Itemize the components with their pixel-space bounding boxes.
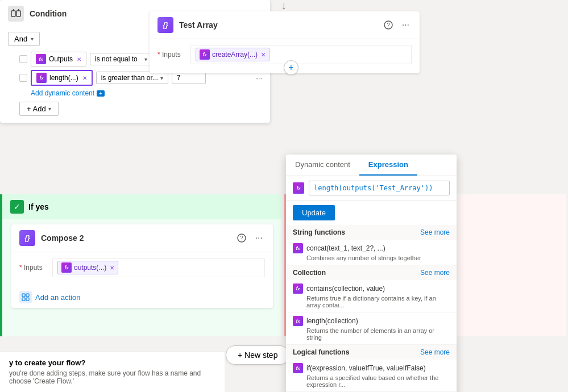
if-yes-label: If yes bbox=[28, 202, 49, 211]
inputs-label: * Inputs bbox=[157, 51, 186, 59]
if-func-desc: Returns a specified value based on wheth… bbox=[293, 374, 450, 388]
row2-more-button[interactable]: ··· bbox=[256, 74, 262, 82]
svg-text:?: ? bbox=[240, 235, 243, 241]
add-action-row[interactable]: Add an action bbox=[11, 286, 273, 308]
row2-value-input[interactable] bbox=[172, 72, 206, 84]
collection-header: Collection See more bbox=[286, 265, 457, 280]
expression-fx-icon: fx bbox=[293, 182, 304, 194]
compose-help-button[interactable]: ? bbox=[235, 232, 248, 244]
inputs-token-input[interactable]: fx createArray(...) ✕ bbox=[190, 45, 412, 64]
add-chevron-icon: ▾ bbox=[48, 106, 51, 112]
update-button[interactable]: Update bbox=[293, 205, 335, 220]
tab-dynamic-content[interactable]: Dynamic content bbox=[286, 155, 359, 176]
svg-rect-2 bbox=[11, 11, 15, 16]
help-title: y to create your flow? bbox=[9, 358, 215, 367]
length-function-item[interactable]: fx length(collection) Returns the number… bbox=[286, 312, 457, 345]
help-desc: you're done adding steps, make sure your… bbox=[9, 369, 215, 385]
panel-tabs: Dynamic content Expression bbox=[286, 155, 457, 176]
row2-token-close[interactable]: ✕ bbox=[82, 75, 87, 81]
compose-outputs-token: fx outputs(...) ✕ bbox=[57, 261, 118, 274]
row2-fx-icon: fx bbox=[36, 73, 47, 83]
test-array-more-button[interactable]: ··· bbox=[400, 19, 412, 31]
tab-expression[interactable]: Expression bbox=[359, 155, 417, 176]
row1-operator-select[interactable]: is not equal to ▾ bbox=[90, 53, 152, 65]
plus-connector: + bbox=[284, 60, 298, 75]
and-dropdown[interactable]: And ▾ bbox=[8, 32, 40, 46]
plus-connector-button[interactable]: + bbox=[284, 60, 298, 75]
svg-rect-11 bbox=[26, 298, 29, 301]
condition-icon bbox=[8, 6, 24, 22]
compose-token-input[interactable]: fx outputs(...) ✕ bbox=[52, 258, 265, 277]
contains-function-item[interactable]: fx contains(collection, value) Returns t… bbox=[286, 280, 457, 312]
and-chevron-icon: ▾ bbox=[31, 36, 34, 42]
string-functions-header: String functions See more bbox=[286, 225, 457, 240]
add-dynamic-content-button[interactable]: Add dynamic content + bbox=[31, 89, 262, 97]
add-action-icon bbox=[19, 291, 32, 303]
compose-header: {} Compose 2 ? ··· bbox=[11, 224, 273, 252]
compose-inputs-label: * Inputs bbox=[19, 264, 48, 272]
string-functions-title: String functions bbox=[293, 228, 345, 236]
compose-inputs-row: * Inputs fx outputs(...) ✕ bbox=[19, 258, 265, 277]
concat-func-name: fx concat(text_1, text_2?, ...) bbox=[293, 243, 450, 253]
compose-title: Compose 2 bbox=[41, 233, 229, 243]
test-array-actions: ? ··· bbox=[382, 19, 412, 31]
collection-see-more-link[interactable]: See more bbox=[420, 269, 450, 277]
compose-fx-icon: fx bbox=[61, 262, 72, 273]
row1-chevron-icon: ▾ bbox=[144, 56, 147, 62]
if-yes-header: ✓ If yes bbox=[2, 194, 281, 219]
contains-fx-icon: fx bbox=[293, 283, 303, 294]
svg-rect-8 bbox=[22, 294, 25, 297]
row1-fx-icon: fx bbox=[36, 54, 46, 64]
row1-token-close[interactable]: ✕ bbox=[77, 56, 81, 62]
row2-chevron-icon: ▾ bbox=[160, 75, 163, 81]
add-button[interactable]: + Add ▾ bbox=[19, 102, 59, 116]
if-fx-icon: fx bbox=[293, 363, 303, 373]
test-array-title: Test Array bbox=[179, 20, 376, 30]
if-function-item[interactable]: fx if(expression, valueIfTrue, valueIfFa… bbox=[286, 360, 457, 392]
expression-input-row: fx bbox=[286, 176, 457, 201]
concat-func-desc: Combines any number of strings together bbox=[293, 255, 450, 261]
add-dynamic-badge: + bbox=[97, 90, 105, 97]
svg-rect-10 bbox=[22, 298, 25, 301]
if-func-name: fx if(expression, valueIfTrue, valueIfFa… bbox=[293, 363, 450, 373]
contains-func-desc: Returns true if a dictionary contains a … bbox=[293, 295, 450, 308]
compose-icon: {} bbox=[19, 230, 35, 246]
svg-text:?: ? bbox=[387, 22, 390, 28]
concat-function-item[interactable]: fx concat(text_1, text_2?, ...) Combines… bbox=[286, 240, 457, 265]
card-header: {} Test Array ? ··· bbox=[150, 11, 420, 39]
expression-input-field[interactable] bbox=[309, 181, 450, 195]
length-func-name: fx length(collection) bbox=[293, 316, 450, 326]
row1-token[interactable]: fx Outputs ✕ bbox=[31, 52, 86, 66]
compose-actions: ? ··· bbox=[235, 232, 265, 244]
fx-icon: fx bbox=[200, 49, 210, 60]
svg-rect-9 bbox=[26, 294, 29, 297]
logical-functions-header: Logical functions See more bbox=[286, 345, 457, 360]
collection-title: Collection bbox=[293, 269, 326, 277]
contains-func-name: fx contains(collection, value) bbox=[293, 283, 450, 294]
create-array-token: fx createArray(...) ✕ bbox=[196, 48, 270, 61]
compose-card: {} Compose 2 ? ··· * Inputs fx bbox=[11, 224, 273, 308]
logical-see-more-link[interactable]: See more bbox=[420, 348, 450, 356]
row2-checkbox[interactable] bbox=[19, 74, 27, 82]
if-yes-check-icon: ✓ bbox=[10, 200, 24, 214]
compose-token-close[interactable]: ✕ bbox=[110, 265, 114, 271]
test-array-help-button[interactable]: ? bbox=[382, 19, 395, 31]
test-array-icon: {} bbox=[157, 17, 173, 33]
row2-token[interactable]: fx length(...) ✕ bbox=[31, 70, 93, 86]
help-text-box: y to create your flow? you're done addin… bbox=[0, 351, 225, 392]
compose-body: * Inputs fx outputs(...) ✕ bbox=[11, 252, 273, 286]
logical-functions-title: Logical functions bbox=[293, 348, 349, 356]
top-arrow-icon: ↓ bbox=[278, 0, 289, 10]
new-step-button[interactable]: + New step bbox=[226, 345, 289, 365]
length-fx-icon: fx bbox=[293, 316, 303, 326]
row1-checkbox[interactable] bbox=[19, 55, 27, 63]
row2-operator-select[interactable]: is greater than or... ▾ bbox=[96, 72, 168, 84]
add-action-label: Add an action bbox=[35, 293, 81, 302]
expression-panel: Dynamic content Expression fx Update Str… bbox=[286, 155, 457, 392]
concat-fx-icon: fx bbox=[293, 243, 303, 253]
token-close-button[interactable]: ✕ bbox=[261, 52, 266, 58]
length-func-desc: Returns the number of elements in an arr… bbox=[293, 327, 450, 341]
compose-more-button[interactable]: ··· bbox=[253, 232, 265, 244]
string-see-more-link[interactable]: See more bbox=[420, 228, 450, 236]
svg-rect-3 bbox=[16, 11, 20, 16]
